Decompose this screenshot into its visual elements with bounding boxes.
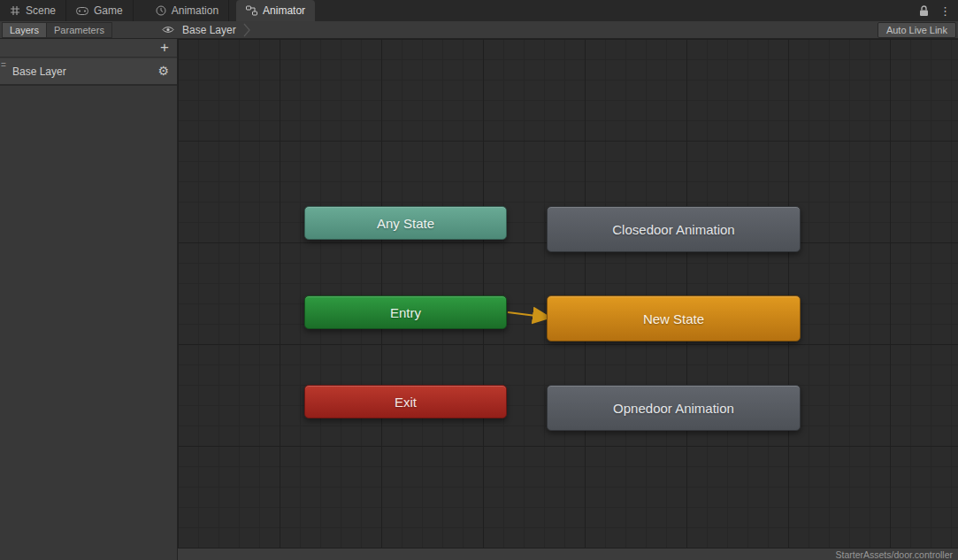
chevron-right-icon [243, 23, 250, 37]
window-tab-bar: Scene Game Animation Animator ⋮ [0, 0, 958, 21]
tab-animator[interactable]: Animator [236, 0, 315, 21]
transition-entry-to-new-state[interactable] [178, 39, 958, 548]
state-node-label: New State [643, 311, 704, 326]
animator-icon [246, 5, 257, 16]
controller-path: StarterAssets/door.controller [836, 549, 953, 560]
state-node-new-state[interactable]: New State [547, 295, 801, 341]
tab-scene[interactable]: Scene [0, 0, 66, 21]
state-node-label: Exit [395, 395, 417, 410]
graph-canvas[interactable]: Any State Closedoor Animation Entry New … [178, 39, 958, 548]
tab-game[interactable]: Game [66, 0, 134, 21]
breadcrumb-base-layer[interactable]: Base Layer [182, 24, 236, 36]
visibility-eye-icon[interactable] [162, 26, 174, 34]
clock-icon [156, 5, 166, 16]
gamepad-icon [76, 7, 88, 15]
kebab-menu-icon[interactable]: ⋮ [939, 5, 951, 17]
state-node-label: Closedoor Animation [612, 222, 734, 237]
layer-row-base-layer[interactable]: = Base Layer ⚙ [0, 58, 177, 86]
auto-live-link-button[interactable]: Auto Live Link [878, 22, 956, 38]
gear-icon[interactable]: ⚙ [157, 65, 169, 77]
state-node-closedoor-animation[interactable]: Closedoor Animation [547, 206, 801, 252]
layer-list-header: + [0, 39, 177, 58]
add-layer-button[interactable]: + [160, 39, 169, 57]
animator-toolbar: Layers Parameters Base Layer Auto Live L… [0, 21, 958, 39]
panel-mode-switch: Layers Parameters [2, 22, 112, 38]
layers-tab[interactable]: Layers [2, 22, 47, 38]
tab-label: Animator [263, 4, 305, 17]
drag-handle-icon[interactable]: = [1, 60, 5, 70]
tab-label: Animation [172, 4, 218, 17]
state-node-label: Entry [390, 305, 421, 320]
tab-bar-controls: ⋮ [919, 0, 958, 21]
lock-icon[interactable] [919, 5, 929, 17]
tab-label: Game [94, 4, 123, 17]
tab-label: Scene [26, 4, 56, 17]
parameters-tab[interactable]: Parameters [47, 22, 112, 38]
status-bar: StarterAssets/door.controller [178, 548, 958, 560]
state-node-label: Any State [377, 216, 434, 231]
state-node-opnedoor-animation[interactable]: Opnedoor Animation [547, 385, 801, 431]
scene-icon [10, 5, 20, 16]
state-node-label: Opnedoor Animation [613, 401, 734, 416]
tab-animation[interactable]: Animation [146, 0, 229, 21]
state-node-exit[interactable]: Exit [304, 385, 507, 418]
state-node-entry[interactable]: Entry [304, 295, 507, 329]
state-node-any-state[interactable]: Any State [304, 206, 507, 240]
layers-panel: + = Base Layer ⚙ [0, 39, 178, 560]
breadcrumb: Base Layer [182, 21, 250, 39]
layer-name: Base Layer [12, 65, 66, 78]
